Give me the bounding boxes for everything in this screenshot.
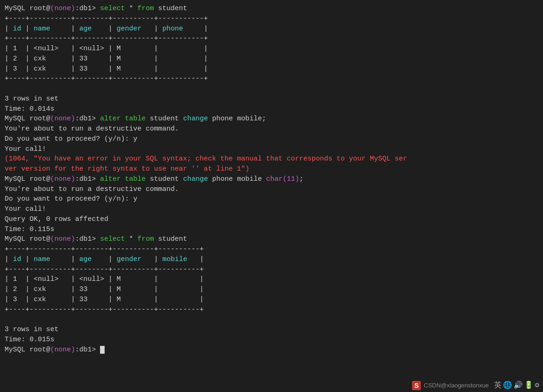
table-row: | 3 | cxk | 33 | M | | [5, 64, 538, 74]
error-line2: ver version for the right syntax to use … [5, 164, 538, 174]
tray-icons: 英 🌐 🔊 🔋 ⚙ [494, 380, 539, 390]
warning: You're about to run a destructive comman… [5, 124, 538, 134]
error-line1: (1064, "You have an error in your SQL sy… [5, 154, 538, 164]
your-call: Your call! [5, 144, 538, 154]
table-border: +----+----------+--------+----------+---… [5, 244, 538, 255]
table-row: | 1 | <null> | <null> | M | | [5, 274, 538, 285]
table-header: | id | name | age | gender | mobile | [5, 255, 538, 265]
csdn-text: CSDN@xiaogenstonxue [424, 382, 489, 389]
text: * [125, 5, 137, 12]
blank-line [5, 84, 538, 94]
table-border: +----+----------+--------+----------+---… [5, 74, 538, 84]
settings-icon[interactable]: ⚙ [535, 380, 539, 390]
terminal-line: MySQL root@(none):db1> alter table stude… [5, 114, 538, 124]
volume-icon[interactable]: 🔊 [513, 380, 523, 390]
table-row: | 1 | <null> | <null> | M | | [5, 44, 538, 54]
time: Time: 0.014s [5, 104, 538, 114]
csdn-watermark: S CSDN@xiaogenstonxue [412, 381, 489, 390]
blank-line [5, 315, 538, 325]
table-border: +----+----------+--------+----------+---… [5, 34, 538, 44]
network-icon[interactable]: 🌐 [503, 380, 512, 390]
text: :db1> [75, 5, 100, 12]
time: Time: 0.115s [5, 225, 538, 235]
battery-icon[interactable]: 🔋 [524, 380, 533, 390]
table-row: | 2 | cxk | 33 | M | | [5, 54, 538, 64]
terminal-line: MySQL root@(none):db1> alter table stude… [5, 174, 538, 184]
table-header: | id | name | age | gender | phone | [5, 24, 538, 34]
table-border: +----+----------+--------+----------+---… [5, 14, 538, 24]
text: student [154, 5, 187, 12]
terminal: MySQL root@(none):db1> select * from stu… [0, 0, 543, 392]
your-call: Your call! [5, 204, 538, 214]
table-border: +----+----------+--------+----------+---… [5, 305, 538, 315]
translate-icon[interactable]: 英 [494, 380, 502, 390]
query-ok: Query OK, 0 rows affected [5, 214, 538, 225]
text: select [100, 5, 125, 12]
table-row: | 2 | cxk | 33 | M | | [5, 285, 538, 295]
text: (none) [50, 5, 75, 12]
table-row: | 3 | cxk | 33 | M | | [5, 295, 538, 305]
proceed: Do you want to proceed? (y/n): y [5, 194, 538, 204]
csdn-logo: S [412, 381, 421, 390]
rows-in-set: 3 rows in set [5, 94, 538, 104]
final-prompt[interactable]: MySQL root@(none):db1> [5, 345, 538, 355]
table-border: +----+----------+--------+----------+---… [5, 265, 538, 275]
warning: You're about to run a destructive comman… [5, 184, 538, 195]
terminal-line: MySQL root@(none):db1> select * from stu… [5, 234, 538, 244]
text: MySQL root@ [5, 5, 50, 12]
proceed: Do you want to proceed? (y/n): y [5, 134, 538, 144]
cursor [100, 346, 105, 354]
text: from [137, 5, 154, 12]
rows-in-set: 3 rows in set [5, 325, 538, 335]
terminal-line: MySQL root@(none):db1> select * from stu… [5, 4, 538, 14]
time: Time: 0.015s [5, 335, 538, 345]
